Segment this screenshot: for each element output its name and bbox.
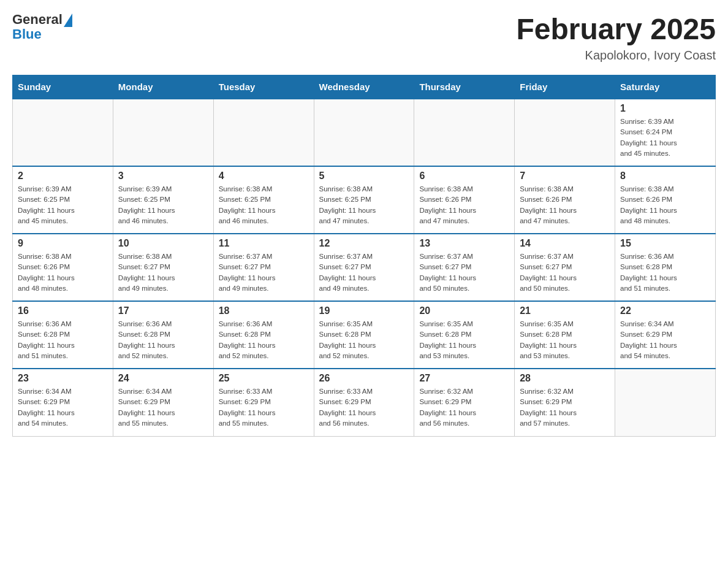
calendar-cell: 12Sunrise: 6:37 AM Sunset: 6:27 PM Dayli… — [314, 234, 414, 301]
calendar-cell — [213, 99, 314, 166]
day-number: 16 — [18, 305, 108, 316]
calendar-cell: 7Sunrise: 6:38 AM Sunset: 6:26 PM Daylig… — [515, 166, 615, 234]
calendar-cell: 24Sunrise: 6:34 AM Sunset: 6:29 PM Dayli… — [113, 369, 213, 436]
day-info: Sunrise: 6:39 AM Sunset: 6:25 PM Dayligh… — [118, 184, 208, 226]
calendar-cell: 1Sunrise: 6:39 AM Sunset: 6:24 PM Daylig… — [615, 99, 716, 166]
day-number: 21 — [520, 305, 610, 316]
day-number: 9 — [18, 238, 108, 249]
day-number: 27 — [419, 373, 509, 384]
day-info: Sunrise: 6:35 AM Sunset: 6:28 PM Dayligh… — [520, 319, 610, 361]
day-number: 1 — [620, 103, 710, 114]
day-info: Sunrise: 6:37 AM Sunset: 6:27 PM Dayligh… — [520, 251, 610, 294]
weekday-header-thursday: Thursday — [414, 75, 515, 99]
calendar-cell: 23Sunrise: 6:34 AM Sunset: 6:29 PM Dayli… — [13, 369, 113, 436]
calendar-cell: 18Sunrise: 6:36 AM Sunset: 6:28 PM Dayli… — [213, 301, 314, 369]
calendar-cell: 14Sunrise: 6:37 AM Sunset: 6:27 PM Dayli… — [515, 234, 615, 301]
day-number: 3 — [118, 170, 208, 182]
day-number: 26 — [319, 373, 409, 384]
page-header: General Blue February 2025 Kapolokoro, I… — [12, 12, 716, 63]
calendar-week-row: 23Sunrise: 6:34 AM Sunset: 6:29 PM Dayli… — [13, 369, 716, 436]
calendar-cell: 5Sunrise: 6:38 AM Sunset: 6:25 PM Daylig… — [314, 166, 414, 234]
day-number: 13 — [419, 238, 509, 249]
day-info: Sunrise: 6:37 AM Sunset: 6:27 PM Dayligh… — [319, 251, 409, 294]
day-number: 18 — [219, 305, 309, 316]
day-info: Sunrise: 6:32 AM Sunset: 6:29 PM Dayligh… — [419, 386, 509, 429]
calendar-cell: 21Sunrise: 6:35 AM Sunset: 6:28 PM Dayli… — [515, 301, 615, 369]
calendar-cell: 27Sunrise: 6:32 AM Sunset: 6:29 PM Dayli… — [414, 369, 515, 436]
day-info: Sunrise: 6:39 AM Sunset: 6:24 PM Dayligh… — [620, 117, 710, 159]
day-info: Sunrise: 6:37 AM Sunset: 6:27 PM Dayligh… — [219, 251, 309, 294]
calendar-table: SundayMondayTuesdayWednesdayThursdayFrid… — [12, 75, 716, 437]
title-area: February 2025 Kapolokoro, Ivory Coast — [516, 12, 716, 63]
day-number: 20 — [419, 305, 509, 316]
day-info: Sunrise: 6:39 AM Sunset: 6:25 PM Dayligh… — [18, 184, 108, 226]
calendar-cell — [314, 99, 414, 166]
day-info: Sunrise: 6:38 AM Sunset: 6:26 PM Dayligh… — [620, 184, 710, 226]
day-number: 19 — [319, 305, 409, 316]
calendar-cell: 26Sunrise: 6:33 AM Sunset: 6:29 PM Dayli… — [314, 369, 414, 436]
calendar-cell: 22Sunrise: 6:34 AM Sunset: 6:29 PM Dayli… — [615, 301, 716, 369]
calendar-cell: 11Sunrise: 6:37 AM Sunset: 6:27 PM Dayli… — [213, 234, 314, 301]
day-info: Sunrise: 6:36 AM Sunset: 6:28 PM Dayligh… — [18, 319, 108, 361]
day-info: Sunrise: 6:32 AM Sunset: 6:29 PM Dayligh… — [520, 386, 610, 429]
day-number: 22 — [620, 305, 710, 316]
calendar-cell: 4Sunrise: 6:38 AM Sunset: 6:25 PM Daylig… — [213, 166, 314, 234]
day-number: 6 — [419, 170, 509, 182]
day-info: Sunrise: 6:38 AM Sunset: 6:26 PM Dayligh… — [419, 184, 509, 226]
logo: General Blue — [12, 12, 72, 42]
day-info: Sunrise: 6:38 AM Sunset: 6:26 PM Dayligh… — [18, 251, 108, 294]
weekday-header-saturday: Saturday — [615, 75, 716, 99]
day-number: 14 — [520, 238, 610, 249]
logo-blue-text: Blue — [12, 27, 72, 42]
day-number: 10 — [118, 238, 208, 249]
calendar-cell: 10Sunrise: 6:38 AM Sunset: 6:27 PM Dayli… — [113, 234, 213, 301]
calendar-cell: 13Sunrise: 6:37 AM Sunset: 6:27 PM Dayli… — [414, 234, 515, 301]
day-info: Sunrise: 6:33 AM Sunset: 6:29 PM Dayligh… — [219, 386, 309, 429]
calendar-cell — [13, 99, 113, 166]
day-info: Sunrise: 6:35 AM Sunset: 6:28 PM Dayligh… — [419, 319, 509, 361]
day-info: Sunrise: 6:36 AM Sunset: 6:28 PM Dayligh… — [118, 319, 208, 361]
calendar-cell: 20Sunrise: 6:35 AM Sunset: 6:28 PM Dayli… — [414, 301, 515, 369]
day-number: 8 — [620, 170, 710, 182]
day-number: 28 — [520, 373, 610, 384]
calendar-week-row: 1Sunrise: 6:39 AM Sunset: 6:24 PM Daylig… — [13, 99, 716, 166]
day-info: Sunrise: 6:38 AM Sunset: 6:25 PM Dayligh… — [219, 184, 309, 226]
calendar-cell — [515, 99, 615, 166]
calendar-cell: 8Sunrise: 6:38 AM Sunset: 6:26 PM Daylig… — [615, 166, 716, 234]
day-info: Sunrise: 6:38 AM Sunset: 6:26 PM Dayligh… — [520, 184, 610, 226]
day-number: 17 — [118, 305, 208, 316]
day-number: 12 — [319, 238, 409, 249]
day-number: 7 — [520, 170, 610, 182]
calendar-cell: 19Sunrise: 6:35 AM Sunset: 6:28 PM Dayli… — [314, 301, 414, 369]
weekday-header-monday: Monday — [113, 75, 213, 99]
day-number: 2 — [18, 170, 108, 182]
day-info: Sunrise: 6:34 AM Sunset: 6:29 PM Dayligh… — [18, 386, 108, 429]
location-title: Kapolokoro, Ivory Coast — [516, 48, 716, 63]
calendar-cell — [414, 99, 515, 166]
weekday-header-tuesday: Tuesday — [213, 75, 314, 99]
day-info: Sunrise: 6:34 AM Sunset: 6:29 PM Dayligh… — [118, 386, 208, 429]
weekday-header-friday: Friday — [515, 75, 615, 99]
day-info: Sunrise: 6:35 AM Sunset: 6:28 PM Dayligh… — [319, 319, 409, 361]
logo-general-text: General — [12, 12, 63, 27]
day-info: Sunrise: 6:34 AM Sunset: 6:29 PM Dayligh… — [620, 319, 710, 361]
day-info: Sunrise: 6:36 AM Sunset: 6:28 PM Dayligh… — [620, 251, 710, 294]
calendar-cell — [615, 369, 716, 436]
calendar-cell: 2Sunrise: 6:39 AM Sunset: 6:25 PM Daylig… — [13, 166, 113, 234]
day-number: 23 — [18, 373, 108, 384]
logo-triangle-icon — [64, 13, 72, 27]
day-info: Sunrise: 6:37 AM Sunset: 6:27 PM Dayligh… — [419, 251, 509, 294]
day-number: 25 — [219, 373, 309, 384]
calendar-cell: 17Sunrise: 6:36 AM Sunset: 6:28 PM Dayli… — [113, 301, 213, 369]
calendar-cell: 25Sunrise: 6:33 AM Sunset: 6:29 PM Dayli… — [213, 369, 314, 436]
day-info: Sunrise: 6:36 AM Sunset: 6:28 PM Dayligh… — [219, 319, 309, 361]
day-number: 24 — [118, 373, 208, 384]
calendar-week-row: 9Sunrise: 6:38 AM Sunset: 6:26 PM Daylig… — [13, 234, 716, 301]
day-number: 4 — [219, 170, 309, 182]
month-title: February 2025 — [516, 12, 716, 46]
calendar-week-row: 2Sunrise: 6:39 AM Sunset: 6:25 PM Daylig… — [13, 166, 716, 234]
calendar-cell — [113, 99, 213, 166]
calendar-cell: 3Sunrise: 6:39 AM Sunset: 6:25 PM Daylig… — [113, 166, 213, 234]
weekday-header-sunday: Sunday — [13, 75, 113, 99]
day-number: 5 — [319, 170, 409, 182]
